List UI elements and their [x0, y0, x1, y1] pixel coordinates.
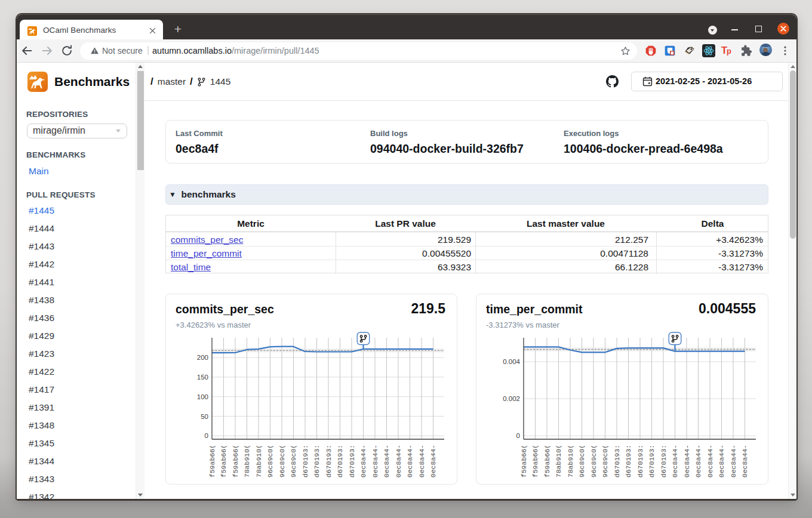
svg-text:78ab910(: 78ab910(: [567, 445, 574, 477]
svg-text:100: 100: [197, 393, 208, 400]
svg-text:0ec8a44-: 0ec8a44-: [359, 445, 367, 477]
svg-text:0ec8a44-: 0ec8a44-: [429, 445, 437, 477]
svg-text:0ec8a44-: 0ec8a44-: [706, 445, 714, 477]
svg-text:150: 150: [197, 374, 208, 381]
svg-text:0: 0: [205, 432, 208, 439]
svg-text:0ec8a44-: 0ec8a44-: [671, 445, 679, 477]
svg-text:78ab910(: 78ab910(: [255, 445, 263, 477]
svg-text:96c89c0(: 96c89c0(: [590, 445, 598, 477]
svg-text:0ec8a44-: 0ec8a44-: [694, 445, 702, 477]
svg-text:d670193:: d670193:: [625, 445, 632, 477]
svg-text:200: 200: [197, 354, 208, 361]
svg-text:d670193:: d670193:: [613, 445, 621, 477]
svg-text:0ec8a44-: 0ec8a44-: [741, 445, 749, 477]
svg-text:0ec8a44-: 0ec8a44-: [730, 445, 737, 477]
svg-text:f59ab66(: f59ab66(: [543, 445, 551, 477]
svg-text:d670193:: d670193:: [636, 445, 644, 477]
svg-text:96c89c0(: 96c89c0(: [266, 445, 274, 477]
svg-text:f59ab66(: f59ab66(: [531, 445, 539, 477]
svg-text:f59ab66(: f59ab66(: [220, 445, 227, 477]
svg-text:f59ab66(: f59ab66(: [208, 445, 216, 477]
svg-text:f59ab66(: f59ab66(: [232, 445, 239, 477]
svg-text:0ec8a44-: 0ec8a44-: [371, 445, 379, 477]
svg-text:96c89c0(: 96c89c0(: [601, 445, 609, 477]
svg-text:0ec8a44-: 0ec8a44-: [718, 445, 725, 477]
svg-text:0: 0: [516, 432, 520, 439]
svg-text:0.004: 0.004: [503, 358, 520, 365]
svg-text:0ec8a44-: 0ec8a44-: [395, 445, 402, 477]
svg-text:d670193:: d670193:: [336, 445, 344, 477]
svg-text:0ec8a44-: 0ec8a44-: [406, 445, 414, 477]
svg-text:0.002: 0.002: [503, 395, 520, 402]
svg-text:0ec8a44-: 0ec8a44-: [418, 445, 426, 477]
svg-text:d670193:: d670193:: [325, 445, 333, 477]
svg-text:96c89c0(: 96c89c0(: [290, 445, 297, 477]
svg-text:d670193:: d670193:: [660, 445, 668, 477]
svg-text:96c89c0(: 96c89c0(: [278, 445, 286, 477]
svg-text:0ec8a44-: 0ec8a44-: [383, 445, 390, 477]
svg-text:0ec8a44-: 0ec8a44-: [683, 445, 691, 477]
svg-text:d670193:: d670193:: [648, 445, 656, 477]
svg-text:78ab910(: 78ab910(: [243, 445, 251, 477]
svg-text:78ab910(: 78ab910(: [555, 445, 562, 477]
svg-text:d670193:: d670193:: [313, 445, 321, 477]
svg-text:d670193:: d670193:: [348, 445, 356, 477]
svg-text:50: 50: [201, 413, 208, 420]
svg-text:f59ab66(: f59ab66(: [520, 445, 528, 477]
svg-text:96c89c0(: 96c89c0(: [578, 445, 586, 477]
svg-text:d670193:: d670193:: [302, 445, 309, 477]
